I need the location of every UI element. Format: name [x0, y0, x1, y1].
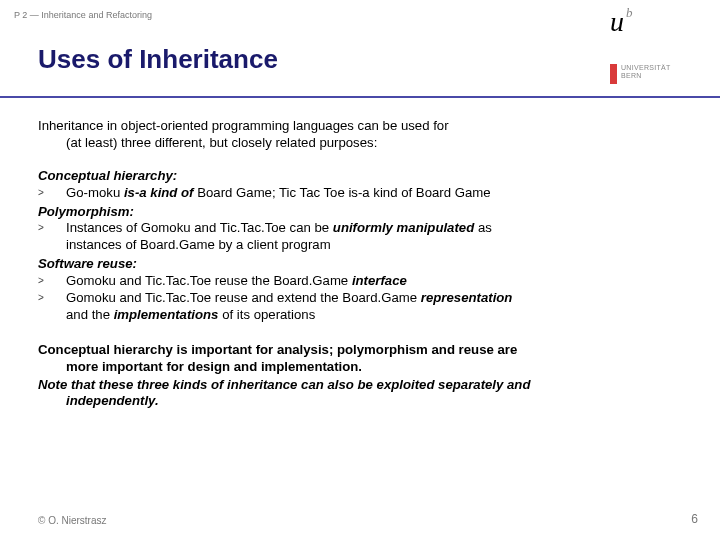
bullet-reuse-1: > Gomoku and Tic.Tac.Toe reuse the Board… [38, 273, 692, 290]
bullet-marker: > [38, 220, 66, 254]
logo-letter-u: u [610, 8, 624, 36]
university-logo: ub UNIVERSITÄTBERN [610, 8, 700, 84]
intro-paragraph: Inheritance in object-oriented programmi… [38, 118, 692, 152]
footer-copyright: © O. Nierstrasz [38, 515, 107, 526]
closing-note: Note that these three kinds of inheritan… [38, 377, 692, 411]
divider-rule [0, 96, 720, 98]
logo-text: UNIVERSITÄTBERN [621, 64, 671, 81]
logo-red-box [610, 64, 617, 84]
closing-paragraph: Conceptual hierarchy is important for an… [38, 342, 692, 376]
page-number: 6 [691, 512, 698, 526]
slide-title: Uses of Inheritance [38, 44, 278, 75]
slide-body: Inheritance in object-oriented programmi… [38, 118, 692, 410]
bullet-marker: > [38, 185, 66, 202]
logo-letter-b: b [626, 6, 633, 19]
bullet-conceptual-1: > Go-moku is-a kind of Board Game; Tic T… [38, 185, 692, 202]
bullet-marker: > [38, 290, 66, 324]
bullet-reuse-2: > Gomoku and Tic.Tac.Toe reuse and exten… [38, 290, 692, 324]
heading-polymorphism: Polymorphism: [38, 204, 692, 221]
heading-conceptual: Conceptual hierarchy: [38, 168, 692, 185]
closing-block: Conceptual hierarchy is important for an… [38, 342, 692, 411]
bullet-marker: > [38, 273, 66, 290]
heading-reuse: Software reuse: [38, 256, 692, 273]
bullet-poly-1: > Instances of Gomoku and Tic.Tac.Toe ca… [38, 220, 692, 254]
header-label: P 2 — Inheritance and Refactoring [14, 10, 152, 20]
